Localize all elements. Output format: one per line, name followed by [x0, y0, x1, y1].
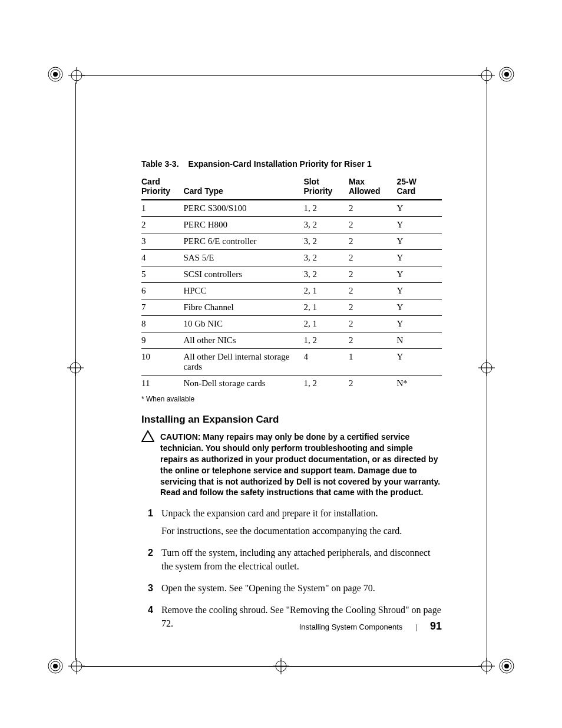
cell-priority: 3: [141, 233, 183, 250]
cell-w25: Y: [396, 217, 442, 233]
cell-type: PERC S300/S100: [183, 200, 303, 217]
cell-w25: Y: [396, 349, 442, 375]
cell-w25: N: [396, 332, 442, 349]
cell-w25: Y: [396, 250, 442, 266]
step-text: For instructions, see the documentation …: [161, 524, 402, 538]
step-number: 1: [141, 506, 153, 541]
th-max: Max Allowed: [349, 174, 397, 200]
footer-section: Installing System Components: [299, 622, 403, 631]
table-caption: Table 3-3.Expansion-Card Installation Pr…: [141, 159, 442, 169]
cell-priority: 5: [141, 266, 183, 283]
step-text: Unpack the expansion card and prepare it…: [161, 506, 402, 520]
cell-max: 2: [349, 266, 397, 283]
cell-w25: Y: [396, 200, 442, 217]
cell-priority: 10: [141, 349, 183, 375]
cell-type: All other NICs: [183, 332, 303, 349]
crosshair-icon: [478, 360, 495, 376]
bullseye-icon: [47, 658, 64, 674]
table-row: 7Fibre Channel2, 12Y: [141, 299, 442, 316]
svg-point-11: [504, 664, 509, 668]
table-row: 6HPCC2, 12Y: [141, 283, 442, 299]
cell-max: 2: [349, 316, 397, 332]
cell-priority: 9: [141, 332, 183, 349]
crosshair-icon: [478, 67, 495, 84]
crosshair-icon: [68, 658, 85, 674]
bullseye-icon: [498, 66, 515, 83]
step-text: Open the system. See "Opening the System…: [161, 581, 375, 595]
bullseye-icon: [498, 658, 515, 674]
cell-w25: Y: [396, 266, 442, 283]
cell-slot: 4: [303, 349, 349, 375]
caution-block: CAUTION: Many repairs may only be done b…: [141, 431, 442, 498]
cell-max: 1: [349, 349, 397, 375]
table-row: 9All other NICs1, 22N: [141, 332, 442, 349]
cell-slot: 3, 2: [303, 233, 349, 250]
step-body: Turn off the system, including any attac…: [161, 546, 442, 577]
svg-point-2: [53, 72, 58, 77]
caution-text: CAUTION: Many repairs may only be done b…: [160, 431, 442, 498]
cell-max: 2: [349, 200, 397, 217]
cell-max: 2: [349, 283, 397, 299]
cell-type: Fibre Channel: [183, 299, 303, 316]
step-list: 1Unpack the expansion card and prepare i…: [141, 506, 442, 634]
caution-label: CAUTION:: [160, 432, 200, 442]
crosshair-icon: [67, 360, 84, 376]
cell-type: Non-Dell storage cards: [183, 375, 303, 392]
caution-icon: [141, 430, 154, 498]
cell-slot: 3, 2: [303, 250, 349, 266]
table-row: 810 Gb NIC2, 12Y: [141, 316, 442, 332]
cell-priority: 6: [141, 283, 183, 299]
svg-point-8: [53, 664, 58, 668]
priority-table: Card Priority Card Type Slot Priority Ma…: [141, 174, 442, 391]
svg-point-5: [504, 72, 509, 77]
cell-max: 2: [349, 217, 397, 233]
cell-max: 2: [349, 375, 397, 392]
list-item: 2Turn off the system, including any atta…: [141, 546, 442, 577]
cell-max: 2: [349, 250, 397, 266]
page-number: 91: [430, 620, 442, 632]
table-row: 2PERC H8003, 22Y: [141, 217, 442, 233]
crosshair-icon: [273, 658, 289, 674]
cell-w25: Y: [396, 316, 442, 332]
cell-type: SCSI controllers: [183, 266, 303, 283]
page-footer: Installing System Components | 91: [141, 620, 442, 633]
step-body: Open the system. See "Opening the System…: [161, 581, 375, 598]
table-row: 3PERC 6/E controller3, 22Y: [141, 233, 442, 250]
th-priority: Card Priority: [141, 174, 183, 200]
table-row: 10All other Dell internal storage cards4…: [141, 349, 442, 375]
cell-w25: Y: [396, 233, 442, 250]
table-row: 5SCSI controllers3, 22Y: [141, 266, 442, 283]
step-number: 3: [141, 581, 153, 598]
cell-w25: Y: [396, 299, 442, 316]
step-body: Unpack the expansion card and prepare it…: [161, 506, 402, 541]
cell-priority: 11: [141, 375, 183, 392]
cell-priority: 7: [141, 299, 183, 316]
cell-priority: 2: [141, 217, 183, 233]
list-item: 1Unpack the expansion card and prepare i…: [141, 506, 442, 541]
section-heading: Installing an Expansion Card: [141, 414, 442, 426]
cell-slot: 3, 2: [303, 266, 349, 283]
cell-priority: 1: [141, 200, 183, 217]
cell-type: SAS 5/E: [183, 250, 303, 266]
cell-type: All other Dell internal storage cards: [183, 349, 303, 375]
cell-w25: N*: [396, 375, 442, 392]
crosshair-icon: [68, 67, 85, 84]
cell-type: 10 Gb NIC: [183, 316, 303, 332]
table-row: 11Non-Dell storage cards1, 22N*: [141, 375, 442, 392]
step-text: Turn off the system, including any attac…: [161, 546, 442, 573]
cell-slot: 1, 2: [303, 375, 349, 392]
cell-max: 2: [349, 332, 397, 349]
cell-priority: 4: [141, 250, 183, 266]
th-type: Card Type: [183, 174, 303, 200]
cell-slot: 2, 1: [303, 316, 349, 332]
cell-type: HPCC: [183, 283, 303, 299]
cell-slot: 3, 2: [303, 217, 349, 233]
cell-slot: 2, 1: [303, 299, 349, 316]
footer-separator: |: [415, 622, 417, 631]
cell-max: 2: [349, 233, 397, 250]
list-item: 3Open the system. See "Opening the Syste…: [141, 581, 442, 598]
cell-w25: Y: [396, 283, 442, 299]
cell-type: PERC 6/E controller: [183, 233, 303, 250]
cell-slot: 1, 2: [303, 200, 349, 217]
crosshair-icon: [478, 658, 495, 674]
